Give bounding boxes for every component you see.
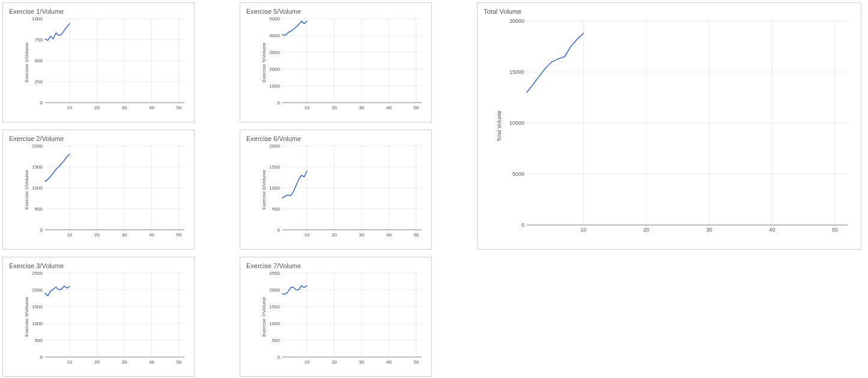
panel-ex5: Exercise 5/VolumeExercise 5/Volume010002…: [240, 2, 432, 122]
svg-text:30: 30: [121, 105, 127, 110]
svg-text:40: 40: [386, 232, 392, 238]
chart-title: Exercise 6/Volume: [246, 135, 425, 142]
svg-text:0: 0: [278, 100, 281, 106]
chart-plot: 050010001500200025001020304050: [264, 271, 425, 365]
svg-text:0: 0: [521, 222, 524, 228]
svg-text:10: 10: [67, 232, 72, 238]
svg-text:500: 500: [272, 338, 281, 343]
svg-text:50: 50: [413, 359, 419, 365]
chart-plot: 025050075010001020304050: [27, 16, 188, 111]
svg-text:30: 30: [121, 359, 127, 365]
chart-title: Exercise 1/Volume: [9, 8, 188, 15]
svg-text:3000: 3000: [269, 50, 280, 55]
svg-text:10: 10: [67, 359, 72, 365]
chart-title: Exercise 7/Volume: [246, 262, 425, 269]
svg-text:50: 50: [413, 105, 419, 110]
svg-text:500: 500: [35, 58, 43, 64]
svg-text:0: 0: [40, 227, 43, 233]
svg-text:30: 30: [359, 359, 364, 365]
svg-text:500: 500: [272, 206, 281, 212]
svg-text:20: 20: [94, 105, 100, 110]
svg-text:30: 30: [359, 232, 364, 238]
panel-ex7: Exercise 7/VolumeExercise 7/Volume050010…: [240, 257, 432, 377]
chart-plot: 050001000015000200001020304050: [509, 19, 851, 233]
svg-text:20000: 20000: [509, 19, 524, 24]
svg-text:4000: 4000: [269, 33, 280, 38]
svg-text:2000: 2000: [269, 67, 280, 72]
svg-text:1000: 1000: [269, 83, 280, 89]
svg-text:20: 20: [332, 232, 337, 238]
svg-text:40: 40: [386, 105, 392, 110]
svg-text:40: 40: [149, 105, 154, 110]
svg-text:10: 10: [67, 105, 72, 110]
chart-title: Exercise 5/Volume: [246, 8, 425, 15]
svg-text:30: 30: [359, 105, 364, 110]
svg-text:250: 250: [35, 79, 43, 85]
svg-text:1000: 1000: [32, 321, 43, 326]
svg-text:1500: 1500: [269, 164, 280, 170]
panel-ex2: Exercise 2/VolumeExercise 2/Volume050010…: [2, 130, 195, 250]
svg-text:500: 500: [35, 206, 43, 212]
svg-text:500: 500: [35, 338, 43, 343]
svg-text:1000: 1000: [269, 185, 280, 191]
panel-ex1: Exercise 1/VolumeExercise 1/Volume025050…: [2, 2, 195, 122]
panel-ex6: Exercise 6/VolumeExercise 6/Volume050010…: [240, 130, 432, 250]
svg-text:50: 50: [176, 359, 181, 365]
svg-text:5000: 5000: [512, 171, 524, 177]
svg-text:20: 20: [94, 359, 100, 365]
svg-text:10000: 10000: [509, 120, 524, 126]
chart-title: Exercise 2/Volume: [9, 135, 188, 142]
svg-text:0: 0: [278, 227, 281, 233]
svg-text:20: 20: [332, 105, 337, 110]
svg-text:0: 0: [40, 355, 43, 360]
svg-text:2000: 2000: [269, 143, 280, 149]
svg-text:0: 0: [278, 355, 281, 360]
svg-text:1000: 1000: [269, 321, 280, 326]
panel-total: Total VolumeTotal Volume0500010000150002…: [477, 2, 861, 250]
svg-text:1000: 1000: [32, 16, 43, 22]
svg-text:2000: 2000: [269, 287, 280, 293]
svg-text:40: 40: [769, 227, 775, 233]
svg-text:40: 40: [149, 359, 154, 365]
svg-text:50: 50: [176, 232, 181, 238]
svg-text:15000: 15000: [509, 69, 524, 75]
chart-plot: 0100020003000400050001020304050: [264, 16, 425, 111]
svg-text:2000: 2000: [32, 287, 43, 293]
svg-text:50: 50: [413, 232, 419, 238]
chart-plot: 05001000150020001020304050: [264, 143, 425, 238]
svg-text:2500: 2500: [269, 271, 280, 276]
svg-text:10: 10: [580, 227, 586, 233]
svg-text:0: 0: [40, 100, 43, 106]
svg-text:1500: 1500: [32, 164, 43, 170]
svg-text:10: 10: [304, 359, 309, 365]
svg-text:2500: 2500: [32, 271, 43, 276]
svg-text:10: 10: [304, 105, 309, 110]
svg-text:20: 20: [332, 359, 337, 365]
panel-ex3: Exercise 3/VolumeExercise 3/Volume050010…: [2, 257, 195, 377]
svg-text:50: 50: [832, 227, 838, 233]
svg-text:30: 30: [706, 227, 712, 233]
svg-text:1500: 1500: [32, 304, 43, 310]
svg-text:40: 40: [149, 232, 154, 238]
svg-text:20: 20: [94, 232, 100, 238]
svg-text:5000: 5000: [269, 16, 280, 22]
svg-text:50: 50: [176, 105, 181, 110]
svg-text:2000: 2000: [32, 143, 43, 149]
chart-plot: 050010001500200025001020304050: [27, 271, 188, 365]
svg-text:750: 750: [35, 37, 43, 43]
svg-text:20: 20: [643, 227, 649, 233]
svg-text:40: 40: [386, 359, 392, 365]
svg-text:1500: 1500: [269, 304, 280, 310]
svg-text:1000: 1000: [32, 185, 43, 191]
svg-text:30: 30: [121, 232, 127, 238]
dashboard-grid: Exercise 1/VolumeExercise 1/Volume025050…: [2, 2, 866, 377]
chart-plot: 05001000150020001020304050: [27, 143, 188, 238]
chart-title: Exercise 3/Volume: [9, 262, 188, 269]
y-axis-label: Total Volume: [496, 110, 502, 142]
chart-title: Total Volume: [484, 8, 855, 15]
svg-text:10: 10: [304, 232, 309, 238]
